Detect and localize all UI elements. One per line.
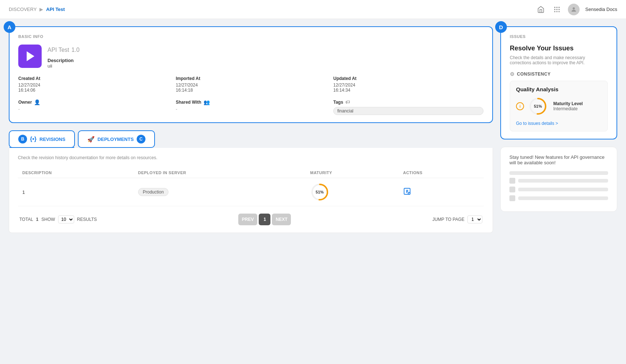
quality-info-icon: i (516, 102, 524, 110)
svg-point-9 (573, 7, 575, 9)
pagination-left: TOTAL 1 SHOW 10 25 50 RESULTS (19, 215, 97, 223)
right-panel: D ISSUES Resolve Your Issues Check the d… (500, 26, 617, 233)
updated-at-label: Updated At (333, 76, 483, 81)
row-circular-progress: 51% (310, 183, 329, 202)
tag-icon: 🏷 (345, 99, 350, 105)
tag-badge-financial: financial (333, 107, 483, 115)
issues-card: D ISSUES Resolve Your Issues Check the d… (500, 26, 617, 139)
row-server: Production (134, 178, 306, 206)
tab-description: Check the revision history documentation… (18, 155, 484, 160)
shared-with-label: Shared With (176, 100, 201, 105)
shared-with-value: - (176, 107, 326, 112)
created-at-label: Created At (18, 76, 168, 81)
imported-at-field: Imported At 12/27/2024 16:14:18 (176, 76, 326, 93)
owner-grid: Owner 👤 - Shared With 👥 - Tags 🏷 (18, 99, 483, 115)
description-label: Description (48, 58, 80, 63)
page-1-button[interactable]: 1 (259, 214, 270, 225)
svg-point-8 (558, 11, 559, 12)
row-maturity: 51% (306, 178, 399, 206)
issues-details-link[interactable]: Go to issues details > (516, 121, 602, 126)
created-at-field: Created At 12/27/2024 16:14:06 (18, 76, 168, 93)
badge-b: B (18, 135, 27, 143)
basic-info-label: BASIC INFO (18, 34, 483, 39)
svg-point-1 (556, 7, 557, 8)
badge-c: C (137, 135, 145, 143)
pagination-row: TOTAL 1 SHOW 10 25 50 RESULTS PREV 1 N (18, 214, 484, 225)
row-percent-label: 51% (316, 190, 324, 194)
quality-circular-progress: 51% (528, 97, 547, 116)
pagination-right: JUMP TO PAGE 1 (432, 215, 482, 223)
tab-revisions[interactable]: B {•} REVISIONS (9, 130, 75, 148)
skeleton-bar-1 (518, 179, 608, 183)
imported-at-date: 12/27/2024 (176, 83, 326, 88)
skeleton-check-row-3 (509, 195, 608, 201)
svg-point-4 (556, 9, 557, 10)
description-value: uii (48, 63, 80, 69)
skeleton-bar-3 (518, 196, 608, 200)
created-at-date: 12/27/2024 (18, 83, 168, 88)
docs-link[interactable]: Sensedia Docs (585, 7, 617, 12)
breadcrumb-base: DISCOVERY (9, 7, 37, 12)
updated-at-date: 12/27/2024 (333, 83, 483, 88)
consistency-icon: ⚙ (510, 71, 515, 77)
api-version: 1.0 (71, 47, 79, 53)
maturity-block: Maturity Level Intermediate (553, 101, 583, 111)
issues-description: Check the details and make necessary cor… (510, 55, 608, 65)
top-nav: DISCOVERY ▶ API Test Sensedia Docs (0, 0, 626, 19)
tab-revisions-icon: {•} (30, 136, 37, 142)
view-action-button[interactable] (403, 187, 411, 197)
api-title-block: API Test 1.0 Description uii (48, 45, 80, 69)
results-label: RESULTS (77, 217, 97, 222)
tab-revisions-label: REVISIONS (39, 137, 65, 142)
quality-percent-label: 51% (534, 104, 542, 108)
shared-with-icon: 👥 (204, 99, 210, 105)
owner-user-icon: 👤 (34, 99, 40, 105)
quality-analysis-row: i 51% Maturity Level Intermediate (516, 97, 602, 116)
show-select[interactable]: 10 25 50 (58, 215, 74, 223)
maturity-level-value: Intermediate (553, 106, 583, 111)
total-value: 1 (36, 217, 39, 222)
tab-deployments[interactable]: 🚀 DEPLOYMENTS C (78, 130, 155, 148)
tags-label: Tags (333, 100, 343, 105)
breadcrumb-current: API Test (46, 7, 65, 12)
stay-tuned-text: Stay tuned! New features for API governa… (509, 154, 608, 165)
imported-at-time: 16:14:18 (176, 88, 326, 93)
tab-deployments-icon: 🚀 (87, 136, 95, 143)
svg-marker-10 (27, 51, 34, 61)
jump-label: JUMP TO PAGE (432, 217, 464, 222)
breadcrumb-separator: ▶ (39, 7, 43, 12)
badge-a: A (4, 21, 15, 33)
svg-point-7 (556, 11, 557, 12)
owner-label: Owner (18, 100, 32, 105)
shared-with-field: Shared With 👥 - (176, 99, 326, 112)
table-row: 1Production 51% (18, 178, 484, 206)
home-icon[interactable] (536, 4, 546, 15)
grid-icon[interactable] (552, 4, 562, 15)
row-actions[interactable] (399, 178, 484, 206)
skeleton-check-1 (509, 178, 515, 184)
col-deployed-in-server: DEPLOYED IN SERVER (134, 168, 306, 178)
revisions-table: DESCRIPTION DEPLOYED IN SERVER MATURITY … (18, 168, 484, 206)
prev-button[interactable]: PREV (238, 214, 258, 225)
updated-at-time: 16:14:34 (333, 88, 483, 93)
svg-point-3 (554, 9, 555, 10)
skeleton-bar-2 (518, 188, 608, 191)
created-at-time: 16:14:06 (18, 88, 168, 93)
consistency-label: ⚙ CONSISTENCY (510, 71, 608, 77)
quality-analysis-card: Quality Analysis i 51% Maturity Level In… (510, 81, 608, 131)
total-label: TOTAL (19, 217, 33, 222)
pagination-buttons: PREV 1 NEXT (238, 214, 291, 225)
api-icon-box (18, 45, 42, 68)
api-title: API Test 1.0 (48, 45, 80, 54)
skeleton-check-3 (509, 195, 515, 201)
issues-title: Resolve Your Issues (510, 45, 608, 52)
avatar[interactable] (568, 4, 580, 15)
imported-at-label: Imported At (176, 76, 326, 81)
jump-select[interactable]: 1 (467, 215, 482, 223)
stay-tuned-card: Stay tuned! New features for API governa… (500, 147, 617, 212)
quality-analysis-title: Quality Analysis (516, 86, 602, 92)
owner-value: - (18, 107, 168, 112)
maturity-level-label: Maturity Level (553, 101, 583, 106)
skeleton-check-row-2 (509, 187, 608, 192)
next-button[interactable]: NEXT (272, 214, 291, 225)
